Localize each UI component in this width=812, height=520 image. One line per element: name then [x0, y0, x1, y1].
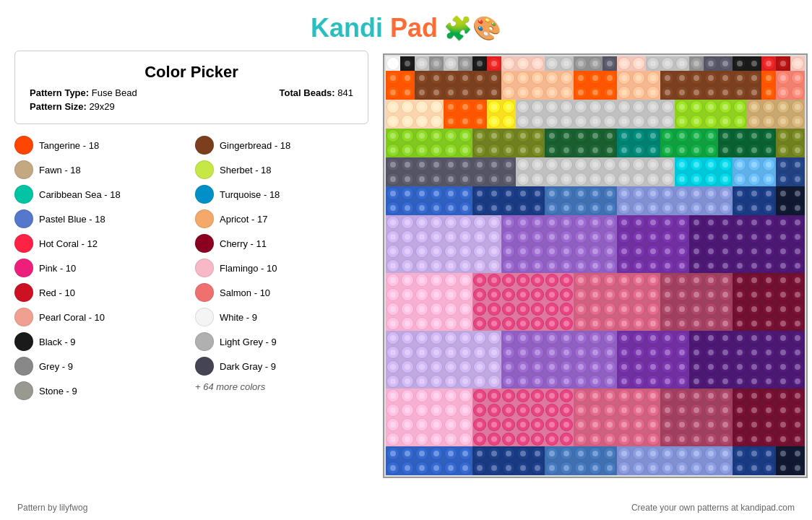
bead: [776, 461, 790, 475]
bead: [660, 201, 675, 215]
bead: [458, 129, 472, 143]
bead: [718, 389, 733, 403]
bead: [689, 56, 704, 71]
bead: [530, 201, 545, 215]
bead: [574, 461, 588, 475]
bead: [790, 143, 805, 157]
bead: [704, 345, 718, 360]
bead: [776, 129, 790, 143]
bead: [631, 360, 646, 374]
bead: [704, 186, 718, 201]
bead: [689, 461, 704, 475]
bead: [790, 172, 805, 186]
bead: [631, 244, 646, 259]
bead: [574, 417, 588, 432]
bead: [501, 259, 516, 273]
bead: [790, 215, 805, 230]
bead: [545, 432, 559, 446]
bead: [675, 85, 689, 100]
bead: [718, 331, 733, 345]
bead: [429, 316, 444, 331]
bead: [776, 157, 790, 172]
bead: [747, 244, 761, 259]
color-item: Sherbet - 18: [195, 159, 368, 181]
bead: [588, 157, 602, 172]
bead: [574, 432, 588, 446]
pattern-size: Pattern Size: 29x29: [30, 101, 115, 112]
bead: [776, 331, 790, 345]
bead: [718, 461, 733, 475]
bead: [631, 446, 646, 461]
bead: [646, 56, 660, 71]
bead: [415, 331, 429, 345]
bead: [444, 432, 458, 446]
bead: [559, 129, 574, 143]
color-label: Flamingo - 10: [220, 263, 277, 274]
page-title: Color Picker: [30, 63, 353, 82]
bead: [415, 157, 429, 172]
bead: [559, 230, 574, 244]
color-item: Dark Gray - 9: [195, 355, 368, 377]
bead: [675, 259, 689, 273]
bead: [689, 85, 704, 100]
bead: [429, 244, 444, 259]
bead: [588, 374, 602, 389]
color-item: Gingerbread - 18: [195, 134, 368, 156]
bead: [472, 186, 487, 201]
bead: [718, 230, 733, 244]
bead: [386, 345, 400, 360]
bead: [704, 374, 718, 389]
color-swatch: [195, 259, 214, 277]
bead: [761, 389, 776, 403]
bead: [501, 360, 516, 374]
color-swatch: [195, 160, 214, 179]
bead: [559, 259, 574, 273]
bead: [617, 85, 631, 100]
bead: [733, 100, 747, 114]
bead: [617, 186, 631, 201]
bead: [761, 287, 776, 302]
color-item: Red - 10: [14, 282, 188, 303]
bead: [530, 244, 545, 259]
bead: [617, 172, 631, 186]
bead: [516, 157, 530, 172]
bead: [675, 186, 689, 201]
bead: [400, 85, 415, 100]
bead: [602, 259, 617, 273]
bead: [400, 360, 415, 374]
bead: [530, 273, 545, 287]
bead: [790, 389, 805, 403]
color-label: Cherry - 11: [220, 238, 267, 249]
bead: [574, 244, 588, 259]
bead: [429, 345, 444, 360]
bead: [400, 259, 415, 273]
bead: [718, 302, 733, 316]
bead: [444, 389, 458, 403]
bead: [761, 186, 776, 201]
bead: [733, 345, 747, 360]
bead: [429, 215, 444, 230]
bead: [429, 157, 444, 172]
bead: [631, 157, 646, 172]
bead: [545, 157, 559, 172]
bead: [733, 157, 747, 172]
bead: [501, 215, 516, 230]
color-label: Gingerbread - 18: [220, 140, 290, 151]
bead: [646, 143, 660, 157]
bead: [631, 345, 646, 360]
bead: [458, 331, 472, 345]
bead: [386, 201, 400, 215]
bead: [761, 345, 776, 360]
bead: [689, 129, 704, 143]
bead: [617, 345, 631, 360]
bead: [516, 417, 530, 432]
bead: [458, 186, 472, 201]
bead: [718, 157, 733, 172]
bead: [415, 230, 429, 244]
bead: [415, 403, 429, 417]
bead: [761, 71, 776, 85]
bead: [545, 230, 559, 244]
bead: [718, 259, 733, 273]
bead: [790, 273, 805, 287]
bead: [545, 345, 559, 360]
